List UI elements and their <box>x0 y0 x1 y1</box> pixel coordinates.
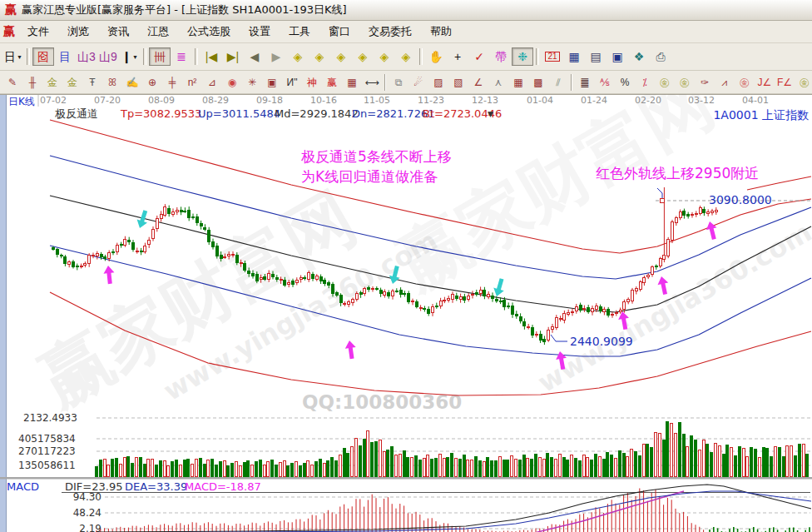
angle-line-button[interactable]: ∠ <box>468 74 488 90</box>
grid-ruler-button[interactable]: ╪ <box>162 74 182 90</box>
app-icon: 赢 <box>5 2 17 17</box>
menu-item-1[interactable]: 浏览 <box>58 22 98 42</box>
zoom-right-button[interactable]: ◈ <box>309 47 330 66</box>
gold-angle-icon: ㊎ <box>800 77 810 87</box>
band-tool-button[interactable]: 帶 <box>490 47 512 66</box>
j-angle-button[interactable]: J∠ <box>755 74 775 90</box>
grid-123-button[interactable]: ▦ <box>342 74 362 90</box>
gann-gold-ruler-1-button[interactable]: 金 <box>42 74 62 90</box>
gold-red-button[interactable]: ㊎ <box>735 74 755 90</box>
shade-box-1-button[interactable]: ▨ <box>428 74 448 90</box>
gann-circle-icon: ⊕ <box>148 77 156 87</box>
goto-first-button[interactable]: |◀ <box>201 47 222 66</box>
menu-item-7[interactable]: 窗口 <box>319 22 359 42</box>
circle-grid-icon: ▣ <box>267 77 276 87</box>
pane-divider[interactable] <box>0 477 812 480</box>
network-data-button[interactable]: ❖ <box>628 47 650 66</box>
toolbar-separator <box>143 48 146 65</box>
f-angle-button[interactable]: F∠ <box>775 74 795 90</box>
grid-ruler-icon: ╪ <box>169 77 176 87</box>
calendar-button[interactable]: 21 <box>542 47 563 66</box>
arc-tool-button[interactable]: ⩘ <box>715 74 735 90</box>
menu-item-9[interactable]: 帮助 <box>421 22 461 42</box>
k-mark-button[interactable]: И" <box>282 74 302 90</box>
angle-fan-button[interactable]: ⊿ <box>202 74 222 90</box>
percent-zone-button[interactable]: ⅍ <box>595 74 615 90</box>
percent-button[interactable]: % <box>615 74 635 90</box>
print-button[interactable]: ⎙ <box>650 47 671 66</box>
percent-line-button[interactable]: ⁒ <box>635 74 655 90</box>
circle-target-button[interactable]: ◉ <box>222 74 242 90</box>
ruler-tool-button[interactable]: ╫ <box>22 74 42 90</box>
menu-item-6[interactable]: 工具 <box>280 22 319 42</box>
candle-draw-tool-button[interactable]: 卌 <box>149 47 171 66</box>
chart-area[interactable]: 日K线 07-0207-2008-0908-2909-1810-1611-051… <box>0 94 812 532</box>
frame-tool-button[interactable]: ⧉ <box>389 74 408 90</box>
menu-item-0[interactable]: 文件 <box>18 22 58 42</box>
menu-item-2[interactable]: 资讯 <box>98 22 138 42</box>
angle-measure-tool-button[interactable]: ✓ <box>468 47 490 66</box>
column-ratio-button[interactable]: ䷀ <box>575 74 595 90</box>
color-volume-view-button[interactable]: ≣ <box>171 47 192 66</box>
zoom-in-button[interactable]: ◈ <box>352 47 374 66</box>
gold-circle-2-button[interactable]: ㊎ <box>675 74 695 90</box>
ying-tool-button[interactable]: 赢 <box>322 74 342 90</box>
goto-last-button[interactable]: ▶| <box>222 47 244 66</box>
step-back-button[interactable]: ◀ <box>244 47 265 66</box>
grid-a-button[interactable]: ▦ <box>508 74 528 90</box>
date-tick-4: 09-18 <box>256 95 283 106</box>
menu-item-3[interactable]: 江恩 <box>138 22 178 42</box>
zoom-h-button[interactable]: ◈ <box>330 47 352 66</box>
menu-item-8[interactable]: 交易委托 <box>359 22 421 42</box>
period-label: 日K线 <box>8 96 35 107</box>
calculator-button[interactable]: ▦ <box>563 47 585 66</box>
zoom-left-button[interactable]: ◈ <box>287 47 309 66</box>
flag-pen-button[interactable]: ✑ <box>695 74 715 90</box>
menu-item-4[interactable]: 公式选股 <box>178 22 240 42</box>
kline-chart-view-button[interactable]: 囵 <box>32 47 54 66</box>
radiate-tool-button[interactable]: ✳ <box>242 74 262 90</box>
gold-red-icon: ㊎ <box>740 77 750 87</box>
title-bar: 赢 赢家江恩专业版[赢家服务平台] - [上证指数 SH1A0001-193日K… <box>0 0 812 21</box>
circle-grid-button[interactable]: ▣ <box>262 74 282 90</box>
wave-tool-button[interactable]: ⋏ <box>488 74 508 90</box>
menu-item-5[interactable]: 设置 <box>240 22 280 42</box>
date-tick-0: 07-02 <box>40 95 67 106</box>
parallel-lines-button[interactable]: ⫽ <box>548 74 568 90</box>
step-forward-button[interactable]: ▶ <box>265 47 287 66</box>
ray-fan-button[interactable]: ☄ <box>408 74 428 90</box>
drawing-toolbar: ✎╫金金Ŧꕤ✍⊕╪n²⊿◉✳▣И"神赢▦⟷⧉☄▨▧∠⋏▦▩⫽䷀⅍%⁒㊎㊎✑⩘㊎J… <box>0 71 812 94</box>
smart-analysis-button[interactable]: ❉ <box>512 47 533 66</box>
candle-style-button[interactable]: ❙▼ <box>119 47 141 66</box>
shade-box-2-button[interactable]: ▧ <box>448 74 468 90</box>
k-mark-icon: И" <box>287 77 298 87</box>
crosshair-tool-button[interactable]: + <box>447 47 468 66</box>
width-ruler-button[interactable]: ⟷ <box>362 74 382 90</box>
width-ruler-icon: ⟷ <box>364 77 379 87</box>
grid-b-button[interactable]: ▩ <box>528 74 548 90</box>
indicator-md: Md=2929.1842 <box>275 107 359 120</box>
parallel-lines-icon: ⫽ <box>556 77 560 87</box>
marker-tool-button[interactable]: ✍ <box>122 74 142 90</box>
shen-tool-button[interactable]: 神 <box>302 74 322 90</box>
indicator-dropdown-icon[interactable]: ▼ <box>488 110 493 118</box>
period-day-selector-button[interactable]: 日▼ <box>2 47 24 66</box>
f-ruler-button[interactable]: Ŧ <box>82 74 102 90</box>
gold-angle-button[interactable]: ㊎ <box>795 74 812 90</box>
zoom-all-button[interactable]: ◈ <box>395 47 417 66</box>
gold-circle-1-button[interactable]: ㊎ <box>655 74 675 90</box>
pencil-tool-button[interactable]: ✎ <box>2 74 22 90</box>
hand-tool-button[interactable]: ✋ <box>425 47 447 66</box>
square-of-nine-button[interactable]: n² <box>182 74 202 90</box>
minute-9-view-button[interactable]: 山9 <box>97 47 119 66</box>
quote-list-view-button[interactable]: 目 <box>54 47 76 66</box>
spiral-tool-button[interactable]: ꕤ <box>102 74 122 90</box>
notepad-button[interactable]: ▤ <box>585 47 607 66</box>
gann-gold-ruler-2-button[interactable]: 金 <box>62 74 82 90</box>
ray-fan-icon: ☄ <box>414 77 423 87</box>
zoom-out-button[interactable]: ◈ <box>374 47 395 66</box>
save-button[interactable]: ▣ <box>607 47 628 66</box>
gann-circle-button[interactable]: ⊕ <box>142 74 162 90</box>
minute-3-view-icon: 山3 <box>77 51 96 62</box>
minute-3-view-button[interactable]: 山3 <box>76 47 97 66</box>
